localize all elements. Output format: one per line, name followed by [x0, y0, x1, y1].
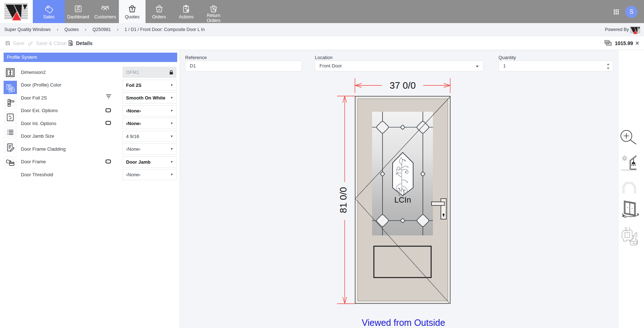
- svg-text:37 0/0: 37 0/0: [390, 80, 416, 91]
- svg-text:LCIn: LCIn: [394, 195, 411, 204]
- svg-text:?: ?: [131, 8, 133, 12]
- svg-text:81 0/0: 81 0/0: [338, 187, 349, 213]
